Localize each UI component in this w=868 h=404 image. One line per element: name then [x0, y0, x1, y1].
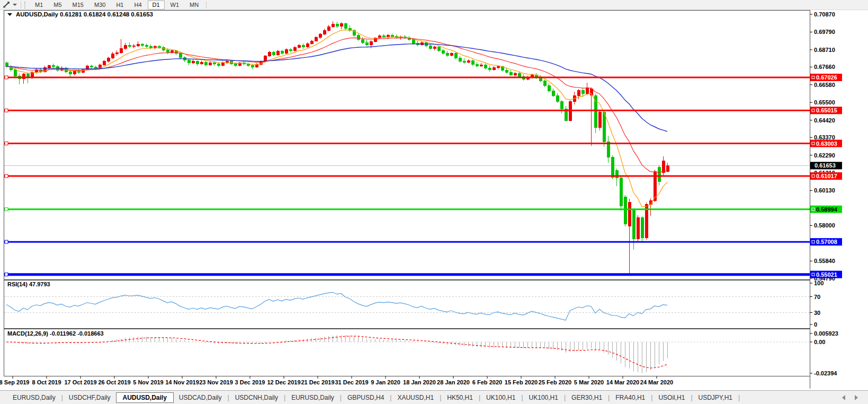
tab-eurusd-daily[interactable]: EURUSD,Daily: [286, 392, 339, 403]
toolbar-grip[interactable]: [24, 2, 27, 8]
rsi-axis-tick: 70: [814, 294, 820, 300]
tab-separator: |: [564, 394, 566, 401]
rsi-label: RSI(14) 47.9793: [7, 281, 50, 287]
tab-separator: |: [340, 394, 342, 401]
tab-xauusd-h1[interactable]: XAUUSD,H1: [392, 392, 439, 403]
date-label: 17 Oct 2019: [64, 379, 96, 385]
date-label: 26 Oct 2019: [98, 379, 130, 385]
date-label: 24 Mar 2020: [640, 379, 673, 385]
hline-handle[interactable]: [5, 76, 8, 79]
tab-separator: |: [479, 394, 480, 401]
tab-gbpusd-h4[interactable]: GBPUSD,H4: [342, 392, 389, 403]
tab-separator: |: [691, 394, 692, 401]
date-label: 12 Dec 2019: [267, 379, 301, 385]
macd-axis-tick: 0.005923: [814, 330, 838, 337]
timeframe-button-m1[interactable]: M1: [30, 1, 48, 10]
chart-tabs: EURUSD,Daily|USDCHF,DailyAUDUSD,DailyUSD…: [7, 392, 740, 403]
date-label: 25 Feb 2020: [539, 379, 571, 385]
svg-text:0.68710: 0.68710: [814, 47, 835, 53]
tab-eurusd-daily[interactable]: EURUSD,Daily: [7, 392, 61, 403]
svg-text:0.57008: 0.57008: [816, 239, 837, 245]
svg-text:0.61017: 0.61017: [816, 173, 837, 179]
chart-tool-icon[interactable]: [2, 1, 11, 9]
date-label: 5 Nov 2019: [133, 379, 163, 385]
timeframe-buttons: M1M5M15M30H1H4D1W1MN: [30, 1, 204, 10]
price-badge-0.61017: 0.61017: [810, 172, 842, 180]
date-label: 8 Oct 2019: [32, 379, 61, 385]
svg-text:0.65500: 0.65500: [814, 99, 835, 106]
tab-usdchf-daily[interactable]: USDCHF,Daily: [64, 392, 116, 403]
toolbar: M1M5M15M30H1H4D1W1MN: [0, 0, 868, 10]
tab-usoil-h1[interactable]: USOil,H1: [653, 392, 690, 403]
tab-separator: |: [228, 394, 229, 401]
tab-fra40-h1[interactable]: FRA40,H1: [610, 392, 650, 403]
hline-handle[interactable]: [5, 273, 8, 276]
tab-scroll-left-icon[interactable]: [842, 395, 845, 400]
main-chart-panel[interactable]: [4, 11, 810, 280]
tab-ger30-h1[interactable]: GER30,H1: [566, 392, 607, 403]
rsi-axis-tick: 30: [814, 310, 820, 316]
timeframe-button-mn[interactable]: MN: [185, 1, 203, 10]
terminal-window: 0.708700.697900.687100.676600.665800.655…: [0, 0, 868, 404]
date-label: 5 Mar 2020: [574, 379, 604, 385]
price-axis[interactable]: 0.708700.697900.687100.676600.665800.655…: [810, 11, 842, 389]
hline-handle[interactable]: [5, 174, 8, 178]
date-label: 14 Nov 2019: [165, 379, 199, 385]
svg-text:0.67660: 0.67660: [814, 64, 835, 70]
price-badge-0.65015: 0.65015: [810, 107, 842, 114]
macd-axis-tick: 0.00: [814, 339, 825, 345]
timeframe-button-h4[interactable]: H4: [129, 1, 146, 10]
chart-title: AUDUSD,Daily 0.61281 0.61824 0.61248 0.6…: [7, 11, 153, 17]
date-label: 23 Nov 2019: [199, 379, 233, 385]
svg-text:0.55840: 0.55840: [814, 258, 835, 264]
date-label: 28 Jan 2020: [437, 379, 470, 385]
svg-text:0.65015: 0.65015: [816, 107, 837, 113]
macd-label: MACD(12,26,9) -0.011962 -0.018663: [7, 330, 104, 337]
tab-uk100-h1[interactable]: UK100,H1: [524, 392, 563, 403]
tab-usdjpy-h1[interactable]: USDJPY,H1: [693, 392, 738, 403]
date-label: 14 Mar 2020: [606, 379, 639, 385]
svg-text:0.66580: 0.66580: [814, 82, 835, 88]
hline-handle[interactable]: [5, 109, 8, 112]
svg-text:0.70870: 0.70870: [814, 11, 835, 17]
hline-handle[interactable]: [5, 208, 8, 211]
hline-handle[interactable]: [5, 142, 8, 145]
tab-usdcnh-daily[interactable]: USDCNH,Daily: [230, 392, 283, 403]
svg-text:0.69790: 0.69790: [814, 29, 835, 35]
timeframe-button-w1[interactable]: W1: [166, 1, 184, 10]
tab-scroll-right-icon[interactable]: [855, 395, 858, 400]
date-label: 18 Jan 2020: [403, 379, 436, 385]
tab-separator: |: [651, 394, 652, 401]
timeframe-button-m5[interactable]: M5: [49, 1, 66, 10]
svg-text:0.58000: 0.58000: [814, 222, 835, 229]
svg-text:0.67026: 0.67026: [816, 74, 837, 81]
date-label: 31 Dec 2019: [335, 379, 369, 385]
chart-canvas[interactable]: 0.708700.697900.687100.676600.665800.655…: [0, 0, 868, 404]
svg-text:0.63370: 0.63370: [814, 134, 835, 140]
svg-text:0.63003: 0.63003: [816, 140, 837, 147]
macd-axis-tick: -0.02394: [814, 370, 837, 376]
tab-uk100-h1[interactable]: UK100,H1: [481, 392, 521, 403]
macd-panel[interactable]: [4, 329, 810, 376]
hline-handle[interactable]: [5, 240, 8, 243]
price-badge-0.63003: 0.63003: [810, 140, 842, 147]
tab-separator: |: [521, 394, 523, 401]
timeframe-button-h1[interactable]: H1: [111, 1, 128, 10]
tab-separator: |: [284, 394, 285, 401]
tab-hk50-h1[interactable]: HK50,H1: [442, 392, 478, 403]
chart-tab-bar: EURUSD,Daily|USDCHF,DailyAUDUSD,DailyUSD…: [0, 390, 868, 404]
svg-text:0.60130: 0.60130: [814, 187, 835, 194]
date-label: 3 Dec 2019: [235, 379, 265, 385]
date-label: 21 Dec 2019: [301, 379, 335, 385]
current-price-badge: 0.61653: [810, 162, 842, 169]
timeframe-button-m30[interactable]: M30: [90, 1, 110, 10]
timeframe-button-m15[interactable]: M15: [68, 1, 88, 10]
tab-separator: |: [390, 394, 391, 401]
tab-separator: |: [61, 394, 63, 401]
tab-usdcad-daily[interactable]: USDCAD,Daily: [174, 392, 227, 403]
chevron-down-icon[interactable]: [13, 4, 17, 6]
tab-audusd-daily[interactable]: AUDUSD,Daily: [116, 392, 174, 403]
time-axis[interactable]: 28 Sep 20198 Oct 201917 Oct 201926 Oct 2…: [0, 376, 673, 385]
chart-title-text: AUDUSD,Daily 0.61281 0.61824 0.61248 0.6…: [16, 11, 153, 17]
timeframe-button-d1[interactable]: D1: [148, 1, 165, 10]
